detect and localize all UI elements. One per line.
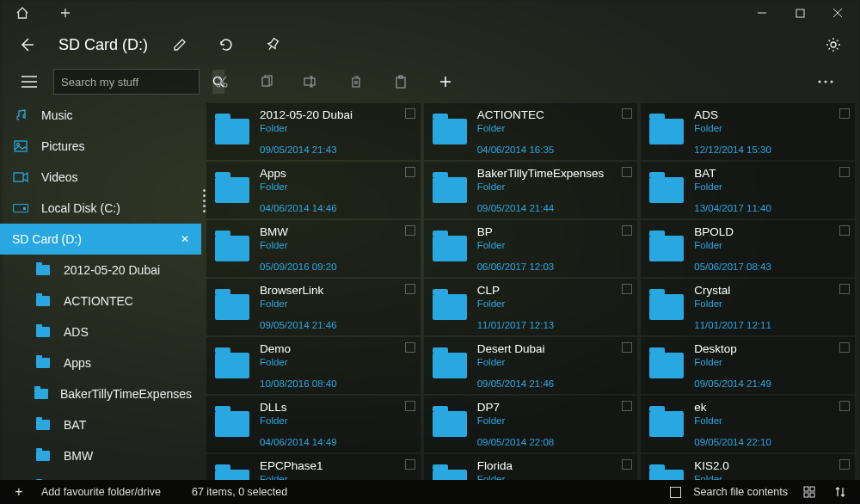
sidebar-item[interactable]: Local Disk (C:): [0, 193, 201, 224]
folder-tile[interactable]: BATFolder13/04/2017 11:40: [641, 162, 855, 218]
tile-checkbox[interactable]: [839, 167, 850, 177]
sidebar-item[interactable]: BP: [0, 471, 201, 480]
tile-date: 04/06/2014 14:49: [260, 437, 414, 447]
tile-checkbox[interactable]: [622, 284, 632, 294]
sidebar-item[interactable]: ADS: [0, 317, 201, 347]
tile-checkbox[interactable]: [622, 225, 632, 236]
folder-tile[interactable]: AppsFolder04/06/2014 14:46: [206, 162, 421, 218]
sidebar-item[interactable]: Videos: [0, 162, 201, 193]
more-button[interactable]: [803, 65, 848, 99]
tile-name: ACTIONTEC: [477, 108, 631, 122]
home-button[interactable]: [3, 0, 41, 26]
sidebar-item-label: Pictures: [41, 139, 85, 153]
tile-checkbox[interactable]: [622, 342, 632, 353]
folder-tile[interactable]: CrystalFolder11/01/2017 12:11: [641, 279, 855, 335]
view-grid-button[interactable]: [800, 486, 819, 498]
sidebar-item[interactable]: BakerTillyTimeExpenses: [0, 378, 201, 409]
sidebar-item[interactable]: BAT: [0, 409, 201, 440]
minimize-button[interactable]: [743, 0, 781, 26]
folder-tile[interactable]: DesktopFolder09/05/2014 21:49: [641, 337, 855, 394]
search-contents-checkbox[interactable]: [670, 487, 681, 498]
search-contents-label[interactable]: Search file contents: [693, 486, 788, 498]
folder-tile[interactable]: ekFolder09/05/2014 22:10: [641, 396, 855, 452]
search-input[interactable]: [54, 76, 212, 89]
tile-checkbox[interactable]: [839, 401, 850, 411]
settings-button[interactable]: [819, 30, 848, 59]
tile-kind: Folder: [477, 123, 631, 133]
item-count: 67 items, 0 selected: [192, 486, 287, 498]
folder-icon: [34, 296, 52, 306]
folder-tile[interactable]: Desert DubaiFolder09/05/2014 21:46: [424, 337, 638, 394]
rename-button[interactable]: [165, 30, 194, 59]
tile-checkbox[interactable]: [839, 284, 850, 294]
maximize-button[interactable]: [781, 0, 819, 26]
tile-checkbox[interactable]: [405, 284, 415, 294]
sidebar-item[interactable]: BMW: [0, 440, 201, 471]
folder-tile[interactable]: DemoFolder10/08/2016 08:40: [206, 337, 421, 394]
sidebar-item[interactable]: Music: [0, 100, 201, 131]
sidebar-item[interactable]: 2012-05-20 Dubai: [0, 255, 201, 286]
tile-checkbox[interactable]: [405, 459, 415, 470]
folder-tile[interactable]: BrowserLinkFolder09/05/2014 21:46: [206, 279, 421, 335]
sidebar-item[interactable]: ACTIONTEC: [0, 286, 201, 317]
rename-tool-button[interactable]: [289, 65, 334, 99]
tile-checkbox[interactable]: [405, 225, 415, 236]
tile-name: 2012-05-20 Dubai: [260, 108, 414, 122]
add-favorite-button[interactable]: +: [10, 484, 28, 500]
tile-name: BP: [477, 225, 631, 239]
folder-tile[interactable]: KIS2.0Folder: [641, 454, 855, 480]
tile-checkbox[interactable]: [622, 167, 632, 177]
tile-checkbox[interactable]: [622, 108, 632, 119]
folder-icon: [213, 342, 251, 389]
tile-checkbox[interactable]: [405, 167, 415, 177]
tile-checkbox[interactable]: [405, 401, 415, 411]
tile-name: Demo: [260, 342, 414, 356]
tile-checkbox[interactable]: [622, 401, 632, 411]
tile-checkbox[interactable]: [405, 108, 415, 119]
folder-tile[interactable]: BakerTillyTimeExpensesFolder09/05/2014 2…: [424, 162, 638, 218]
folder-tile[interactable]: DLLsFolder04/06/2014 14:49: [206, 396, 421, 452]
copy-button[interactable]: [244, 65, 289, 99]
menu-button[interactable]: [12, 65, 46, 99]
svg-point-9: [819, 81, 821, 83]
folder-tile[interactable]: BMWFolder05/09/2016 09:20: [206, 220, 421, 277]
new-tab-button[interactable]: [46, 0, 84, 26]
tile-name: ek: [694, 401, 848, 415]
folder-tile[interactable]: ADSFolder12/12/2014 15:30: [641, 103, 855, 160]
refresh-button[interactable]: [212, 30, 241, 59]
folder-tile[interactable]: BPOLDFolder05/06/2017 08:43: [641, 220, 855, 277]
folder-tile[interactable]: BPFolder06/06/2017 12:03: [424, 220, 638, 277]
picture-icon: [12, 140, 29, 152]
tile-checkbox[interactable]: [839, 342, 850, 353]
new-button[interactable]: [423, 65, 468, 99]
folder-tile[interactable]: CLPFolder11/01/2017 12:13: [424, 279, 638, 335]
tile-kind: Folder: [477, 298, 631, 309]
tile-checkbox[interactable]: [839, 108, 850, 119]
folder-tile[interactable]: FloridaFolder: [424, 454, 638, 480]
folder-tile[interactable]: ACTIONTECFolder04/06/2014 16:35: [424, 103, 638, 160]
pin-button[interactable]: [258, 30, 287, 59]
folder-tile[interactable]: 2012-05-20 DubaiFolder09/05/2014 21:43: [206, 103, 421, 160]
back-button[interactable]: [12, 30, 41, 59]
sidebar-item[interactable]: Apps: [0, 347, 201, 378]
tile-checkbox[interactable]: [405, 342, 415, 353]
tile-checkbox[interactable]: [839, 225, 850, 236]
search-box[interactable]: [53, 69, 200, 95]
close-icon[interactable]: ✕: [181, 233, 189, 245]
drag-handle[interactable]: [203, 189, 206, 212]
folder-tile[interactable]: DP7Folder09/05/2014 22:08: [424, 396, 638, 452]
close-button[interactable]: [819, 0, 857, 26]
location-title: SD Card (D:): [58, 36, 148, 54]
add-favorite-label[interactable]: Add favourite folder/drive: [41, 486, 161, 498]
cut-button[interactable]: [200, 65, 244, 99]
sidebar-item[interactable]: SD Card (D:)✕: [0, 224, 201, 255]
delete-button[interactable]: [334, 65, 378, 99]
folder-tile[interactable]: EPCPhase1Folder: [206, 454, 421, 480]
sidebar-item[interactable]: Pictures: [0, 131, 201, 162]
paste-button[interactable]: [378, 65, 423, 99]
tile-checkbox[interactable]: [839, 459, 850, 470]
tile-checkbox[interactable]: [622, 459, 632, 470]
svg-rect-16: [810, 487, 814, 491]
sort-button[interactable]: [831, 486, 850, 498]
tile-kind: Folder: [477, 240, 631, 250]
